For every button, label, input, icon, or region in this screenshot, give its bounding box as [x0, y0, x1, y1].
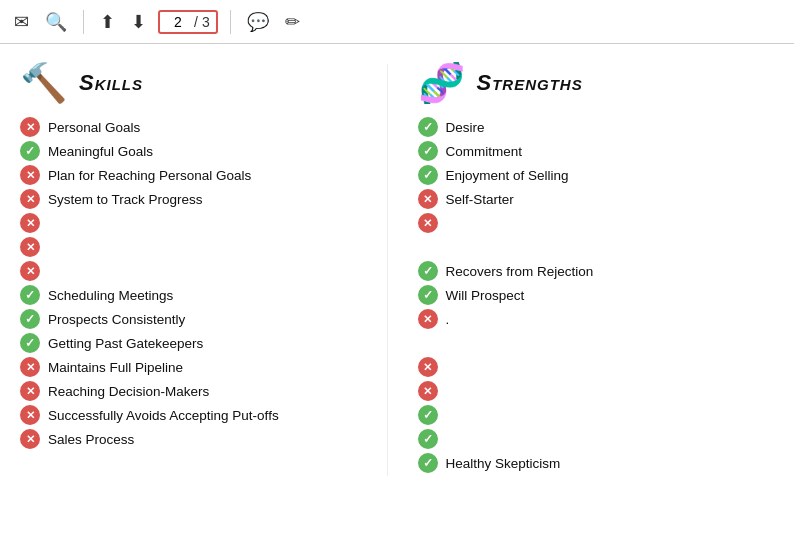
skills-title: Skills: [79, 70, 143, 96]
strengths-list: DesireCommitmentEnjoyment of SellingSelf…: [418, 116, 775, 474]
list-item: Scheduling Meetings: [20, 284, 377, 306]
item-label: Desire: [446, 120, 485, 135]
list-item: Recovers from Rejection: [418, 260, 775, 282]
search-icon[interactable]: 🔍: [41, 9, 71, 35]
check-icon: [418, 261, 438, 281]
list-item: Will Prospect: [418, 284, 775, 306]
list-item: Personal Goals: [20, 116, 377, 138]
item-label: Healthy Skepticism: [446, 456, 561, 471]
cross-icon: [418, 309, 438, 329]
check-icon: [418, 429, 438, 449]
list-item: Maintains Full Pipeline: [20, 356, 377, 378]
list-item: System to Track Progress: [20, 188, 377, 210]
cross-icon: [20, 261, 40, 281]
item-label: Enjoyment of Selling: [446, 168, 569, 183]
cross-icon: [418, 213, 438, 233]
upload-icon[interactable]: ⬆: [96, 9, 119, 35]
list-item: [418, 332, 775, 354]
check-icon: [418, 117, 438, 137]
strengths-title: Strengths: [477, 70, 583, 96]
check-icon: [20, 333, 40, 353]
cross-icon: [418, 381, 438, 401]
list-item: Enjoyment of Selling: [418, 164, 775, 186]
skills-header: 🔨 Skills: [20, 64, 377, 102]
list-item: [20, 212, 377, 234]
page-navigation: 2 / 3: [158, 10, 218, 34]
cross-icon: [20, 381, 40, 401]
cross-icon: [20, 429, 40, 449]
list-item: Prospects Consistently: [20, 308, 377, 330]
check-icon: [418, 453, 438, 473]
list-item: Plan for Reaching Personal Goals: [20, 164, 377, 186]
item-label: Scheduling Meetings: [48, 288, 173, 303]
cross-icon: [20, 357, 40, 377]
list-item: [418, 428, 775, 450]
item-label: Will Prospect: [446, 288, 525, 303]
divider-1: [83, 10, 84, 34]
list-item: Self-Starter: [418, 188, 775, 210]
item-label: Recovers from Rejection: [446, 264, 594, 279]
check-icon: [418, 285, 438, 305]
list-item: Sales Process: [20, 428, 377, 450]
list-item: Healthy Skepticism: [418, 452, 775, 474]
cross-icon: [418, 357, 438, 377]
item-label: Getting Past Gatekeepers: [48, 336, 203, 351]
comment-icon[interactable]: 💬: [243, 9, 273, 35]
check-icon: [418, 165, 438, 185]
list-item: [20, 260, 377, 282]
main-content: 🔨 Skills Personal GoalsMeaningful GoalsP…: [0, 44, 794, 486]
cross-icon: [418, 189, 438, 209]
cross-icon: [20, 237, 40, 257]
list-item: [418, 212, 775, 234]
cross-icon: [20, 189, 40, 209]
list-item: Getting Past Gatekeepers: [20, 332, 377, 354]
item-label: Sales Process: [48, 432, 134, 447]
strengths-header: 🧬 Strengths: [418, 64, 775, 102]
item-label: System to Track Progress: [48, 192, 203, 207]
cross-icon: [20, 213, 40, 233]
list-item: [418, 236, 775, 258]
list-item: Successfully Avoids Accepting Put-offs: [20, 404, 377, 426]
item-label: Meaningful Goals: [48, 144, 153, 159]
check-icon: [20, 141, 40, 161]
mail-icon[interactable]: ✉: [10, 9, 33, 35]
item-label: Commitment: [446, 144, 523, 159]
page-total: 3: [202, 14, 210, 30]
download-icon[interactable]: ⬇: [127, 9, 150, 35]
list-item: [418, 404, 775, 426]
check-icon: [20, 309, 40, 329]
item-label: Maintains Full Pipeline: [48, 360, 183, 375]
edit-icon[interactable]: ✏: [281, 9, 304, 35]
item-label: Reaching Decision-Makers: [48, 384, 209, 399]
divider-2: [230, 10, 231, 34]
list-item: Desire: [418, 116, 775, 138]
hammer-icon: 🔨: [20, 64, 67, 102]
item-label: Prospects Consistently: [48, 312, 185, 327]
page-current-input[interactable]: 2: [166, 14, 190, 30]
dna-icon: 🧬: [418, 64, 465, 102]
cross-icon: [20, 117, 40, 137]
list-item: Reaching Decision-Makers: [20, 380, 377, 402]
skills-list: Personal GoalsMeaningful GoalsPlan for R…: [20, 116, 377, 450]
cross-icon: [20, 405, 40, 425]
item-label: Personal Goals: [48, 120, 140, 135]
list-item: Commitment: [418, 140, 775, 162]
toolbar: ✉ 🔍 ⬆ ⬇ 2 / 3 💬 ✏: [0, 0, 794, 44]
page-separator: /: [194, 14, 198, 30]
item-label: Self-Starter: [446, 192, 514, 207]
item-label: Plan for Reaching Personal Goals: [48, 168, 251, 183]
list-item: Meaningful Goals: [20, 140, 377, 162]
check-icon: [418, 141, 438, 161]
item-label: Successfully Avoids Accepting Put-offs: [48, 408, 279, 423]
check-icon: [20, 285, 40, 305]
list-item: [20, 236, 377, 258]
skills-column: 🔨 Skills Personal GoalsMeaningful GoalsP…: [20, 64, 387, 476]
check-icon: [418, 405, 438, 425]
list-item: [418, 356, 775, 378]
strengths-column: 🧬 Strengths DesireCommitmentEnjoyment of…: [387, 64, 775, 476]
item-label: .: [446, 312, 450, 327]
list-item: .: [418, 308, 775, 330]
list-item: [418, 380, 775, 402]
cross-icon: [20, 165, 40, 185]
